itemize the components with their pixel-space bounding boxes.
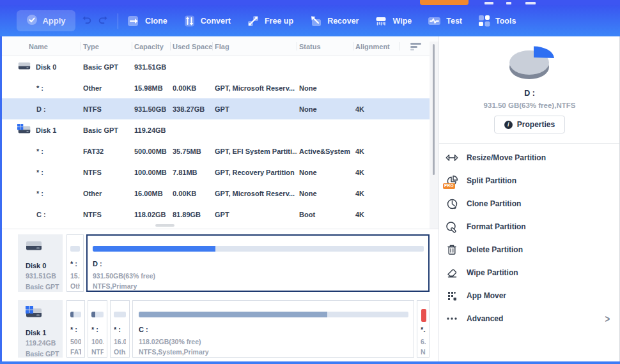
system-drive-icon [17,124,31,136]
toolbar-separator [118,13,118,29]
table-row-partition[interactable]: * : Other 16.00MB 0.00KB GPT, Microsoft … [2,183,430,204]
column-header-capacity[interactable]: Capacity [132,36,171,56]
free-up-button[interactable]: Free up [247,15,293,27]
column-header-used-space[interactable]: Used Space [171,36,213,56]
pro-badge: PRO [443,183,455,190]
full-partition-marker [421,309,426,322]
format-partition-item[interactable]: Format Partition [439,215,620,238]
clone-icon [127,15,140,27]
info-icon: i [504,121,513,129]
recover-button[interactable]: Recover [309,15,359,27]
partition-cell-efi[interactable]: * : 500.... FAT... [66,300,85,358]
used-space-bar [70,312,74,317]
app-mover-icon [445,289,459,302]
redo-button[interactable] [98,15,109,27]
action-sidebar: D : 931.50 GB(63% free),NTFS iProperties… [438,36,620,361]
disk0-card[interactable]: Disk 0 931.51GB Basic GPT [18,234,63,292]
table-row-partition[interactable]: * : FAT32 500.00MB 35.75MB GPT, EFI Syst… [2,140,430,162]
undo-icon [81,15,92,27]
disk0-row: Disk 0 931.51GB Basic GPT * : 15.9... Ot… [18,234,438,292]
clone-button[interactable]: Clone [127,15,167,27]
titlebar-icon[interactable] [525,2,536,4]
disk-map: Disk 0 931.51GB Basic GPT * : 15.9... Ot… [2,229,438,361]
titlebar-icon[interactable] [484,2,493,4]
test-icon [428,15,441,27]
properties-button[interactable]: iProperties [494,116,565,133]
table-row-partition-d-selected[interactable]: D : NTFS 931.50GB 338.27GB GPT None 4K [2,98,430,119]
partition-cell-recovery[interactable]: * : 100.... NTF... [88,300,107,358]
table-row-disk1[interactable]: Disk 1 Basic GPT 119.24GB [2,119,430,140]
usage-pie-chart [505,75,555,86]
table-row-partition[interactable]: * : Other 15.98MB 0.00KB GPT, Microsoft … [2,77,430,98]
clone-partition-item[interactable]: Clone Partition [439,192,620,215]
column-header-alignment[interactable]: Alignment [353,36,399,56]
convert-icon [183,15,196,27]
partition-cell-end[interactable]: *... 6... N.. [417,300,430,358]
used-space-bar [139,312,327,317]
advanced-ellipsis-icon [445,312,459,325]
column-header-status[interactable]: Status [297,36,353,56]
table-row-disk0[interactable]: Disk 0 Basic GPT 931.51GB [2,56,430,77]
test-button[interactable]: Test [428,15,462,27]
disk1-card[interactable]: Disk 1 119.24GB Basic GPT [18,300,63,358]
partition-cell-msr[interactable]: * : 15.9... Oth... [66,234,84,292]
main-toolbar: Apply Clone Convert Free up Recover Wipe… [0,5,620,36]
apply-button[interactable]: Apply [17,10,75,31]
window-border-bottom [0,361,620,364]
column-header-name[interactable]: Name [2,36,81,56]
selected-partition-info: D : 931.50 GB(63% free),NTFS iProperties [439,36,620,144]
selected-partition-name: D : [439,89,620,98]
resize-move-icon [445,151,459,164]
view-options-icon[interactable] [399,36,430,56]
check-circle-icon [26,14,38,27]
clone-partition-icon [445,197,459,210]
hard-drive-icon [26,243,42,254]
format-partition-icon [445,220,459,233]
wipe-partition-item[interactable]: Wipe Partition [439,261,620,284]
free-up-icon [247,15,260,27]
titlebar-accent-button[interactable] [420,0,469,5]
used-space-bar [93,246,215,252]
hard-drive-icon [17,61,31,72]
horizontal-scrollbar-thumb[interactable] [155,224,174,227]
delete-partition-icon [445,243,459,256]
advanced-item[interactable]: Advanced > [439,307,620,330]
wipe-button[interactable]: Wipe [375,15,412,27]
disk1-row: Disk 1 119.24GB Basic GPT * : 500.... FA… [18,300,438,358]
used-space-bar [91,312,95,317]
partition-cell-c[interactable]: C : 118.02GB(30% free) NTFS,System,Prima… [132,300,414,358]
partition-manager-window: Apply Clone Convert Free up Recover Wipe… [0,0,620,364]
app-mover-item[interactable]: App Mover [439,284,620,307]
undo-button[interactable] [81,15,92,27]
partition-table: Name Type Capacity Used Space Flag Statu… [2,36,438,229]
redo-icon [98,15,109,27]
vertical-scrollbar-thumb[interactable] [433,44,435,175]
resize-move-partition-item[interactable]: Resize/Move Partition [439,146,620,169]
column-header-type[interactable]: Type [81,36,132,56]
table-header: Name Type Capacity Used Space Flag Statu… [2,36,438,56]
wipe-partition-icon [445,266,459,279]
table-row-partition[interactable]: * : NTFS 100.00MB 7.81MB GPT, Recovery P… [2,162,430,183]
convert-button[interactable]: Convert [183,15,231,27]
delete-partition-item[interactable]: Delete Partition [439,238,620,261]
titlebar [0,0,620,5]
split-partition-icon: PRO [445,174,459,187]
titlebar-icon[interactable] [506,2,511,4]
recover-icon [309,15,322,27]
table-row-partition-c[interactable]: C : NTFS 118.02GB 81.89GB GPT Boot 4K [2,204,430,225]
system-drive-icon [26,310,42,321]
vertical-scrollbar [430,42,438,229]
tools-button[interactable]: Tools [478,15,516,27]
window-border-left [0,36,2,361]
partition-actions-list: Resize/Move Partition PRO Split Partitio… [439,144,620,330]
split-partition-item[interactable]: PRO Split Partition [439,169,620,192]
partition-cell-msr2[interactable]: * : 16.0... Oth... [110,300,130,358]
column-header-flag[interactable]: Flag [213,36,297,56]
wipe-icon [375,15,387,27]
partition-cell-d-selected[interactable]: D : 931.50GB(63% free) NTFS,Primary [86,234,430,292]
chevron-right-icon: > [605,312,610,325]
tools-icon [478,15,490,27]
selected-partition-summary: 931.50 GB(63% free),NTFS [439,102,620,109]
